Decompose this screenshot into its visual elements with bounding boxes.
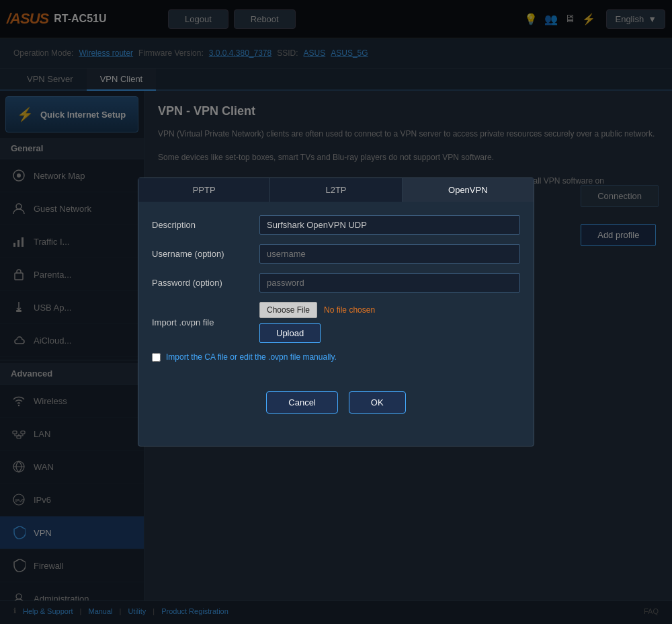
upload-button[interactable]: Upload	[259, 323, 321, 343]
file-row: Choose File No file chosen	[259, 302, 375, 318]
description-label: Description	[152, 220, 253, 230]
import-row: Import .ovpn file Choose File No file ch…	[152, 302, 520, 343]
checkbox-row: Import the CA file or edit the .ovpn fil…	[152, 352, 520, 362]
dialog-body: Description Username (option) Password (…	[138, 202, 534, 385]
dialog-overlay: PPTP L2TP OpenVPN Description Username (…	[0, 0, 672, 624]
checkbox-label: Import the CA file or edit the .ovpn fil…	[166, 352, 337, 362]
choose-file-button[interactable]: Choose File	[259, 302, 317, 318]
password-label: Password (option)	[152, 278, 253, 288]
password-row: Password (option)	[152, 273, 520, 292]
dialog-tab-openvpn[interactable]: OpenVPN	[403, 178, 534, 202]
import-controls: Choose File No file chosen Upload	[259, 302, 375, 343]
ok-button[interactable]: OK	[349, 391, 406, 414]
dialog-tab-pptp[interactable]: PPTP	[138, 178, 270, 202]
dialog-tab-l2tp[interactable]: L2TP	[270, 178, 402, 202]
vpn-config-dialog: PPTP L2TP OpenVPN Description Username (…	[138, 178, 534, 446]
no-file-text: No file chosen	[324, 305, 375, 315]
dialog-tabs: PPTP L2TP OpenVPN	[138, 178, 534, 202]
username-label: Username (option)	[152, 249, 253, 259]
password-input[interactable]	[259, 273, 520, 292]
import-ca-checkbox[interactable]	[152, 353, 161, 362]
import-label: Import .ovpn file	[152, 317, 253, 327]
dialog-buttons: Cancel OK	[138, 385, 534, 427]
cancel-button[interactable]: Cancel	[266, 391, 337, 414]
description-input[interactable]	[259, 215, 520, 235]
username-row: Username (option)	[152, 244, 520, 264]
description-row: Description	[152, 215, 520, 235]
username-input[interactable]	[259, 244, 520, 264]
